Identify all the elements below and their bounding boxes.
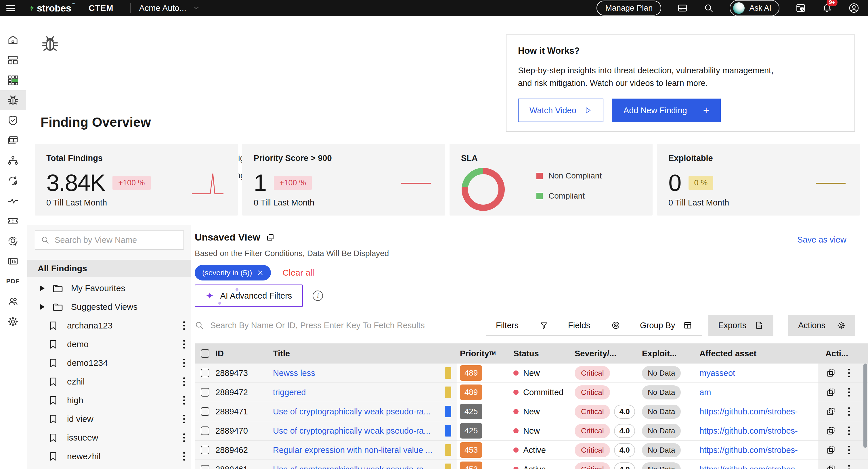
all-findings-item[interactable]: All Findings [27,260,191,277]
affected-asset-link[interactable]: https://github.com/strobes- [700,426,798,436]
saved-view-item[interactable]: archana123 [27,316,191,335]
group-by-button[interactable]: Group By [630,315,702,335]
duplicate-icon[interactable] [826,406,836,417]
duplicate-icon[interactable] [826,426,836,436]
sidebar-item-dashboard[interactable] [0,50,26,70]
view-search-input[interactable] [55,235,178,245]
duplicate-icon[interactable] [826,464,836,469]
folder-my-favourites[interactable]: My Favourites [27,279,191,297]
caret-right-icon[interactable] [40,286,44,291]
column-header-title[interactable]: Title [273,343,443,364]
column-header-status[interactable]: Status [509,343,570,364]
save-as-view-link[interactable]: Save as view [797,235,846,244]
info-icon[interactable]: i [313,291,323,301]
table-search-box[interactable] [195,321,486,330]
folder-suggested-views[interactable]: Suggested Views [27,297,191,316]
saved-view-item[interactable]: demo [27,335,191,354]
org-switcher[interactable]: Acme Auto... [139,3,200,13]
kebab-menu-icon[interactable] [183,396,185,405]
severity-filter-chip[interactable]: (severity in (5)) [195,265,271,280]
saved-view-item[interactable]: issueew [27,428,191,447]
finding-title-link[interactable]: Regular expression with non-literal valu… [273,445,433,455]
row-checkbox[interactable] [201,465,209,469]
filters-button[interactable]: Filters [486,315,558,335]
row-checkbox[interactable] [201,388,209,397]
saved-view-item[interactable]: high [27,391,191,409]
hamburger-menu-icon[interactable] [6,5,15,11]
saved-view-item[interactable]: demo1234 [27,354,191,372]
column-header-affected-asset[interactable]: Affected asset [697,343,818,364]
sidebar-item-assets[interactable] [0,131,26,150]
affected-asset-link[interactable]: am [700,388,711,397]
sidebar-item-tickets[interactable] [0,211,26,231]
clear-all-link[interactable]: Clear all [282,268,314,278]
finding-title-link[interactable]: Use of cryptographically weak pseudo-ra.… [273,465,431,469]
kebab-menu-icon[interactable] [183,415,185,423]
finding-title-link[interactable]: Use of cryptographically weak pseudo-ra.… [273,407,431,416]
row-kebab-menu-icon[interactable] [848,369,850,377]
sidebar-item-automation[interactable] [0,171,26,191]
view-search-box[interactable] [35,231,184,249]
column-header-priority[interactable]: PriorityTM [457,343,509,364]
row-checkbox[interactable] [201,407,209,416]
duplicate-icon[interactable] [826,368,836,378]
sidebar-item-apps[interactable] [0,70,26,90]
tutorials-icon[interactable] [796,3,806,13]
actions-button[interactable]: Actions [788,315,855,336]
column-header-exploit[interactable]: Exploit... [640,343,697,364]
sidebar-item-settings[interactable] [0,311,26,332]
row-kebab-menu-icon[interactable] [848,388,850,397]
row-kebab-menu-icon[interactable] [848,465,850,469]
kebab-menu-icon[interactable] [183,452,185,461]
saved-view-item[interactable]: id view [27,409,191,428]
sidebar-item-pdf[interactable]: PDF [0,271,26,292]
search-icon[interactable] [704,3,714,13]
ai-advanced-filters-button[interactable]: ✦ AI Advanced Filters [195,284,303,307]
exports-button[interactable]: Exports [708,315,773,336]
kebab-menu-icon[interactable] [183,377,185,386]
finding-title-link[interactable]: Newss less [273,368,315,378]
close-icon[interactable] [257,270,264,276]
duplicate-icon[interactable] [826,387,836,397]
sidebar-item-hierarchy[interactable] [0,150,26,171]
row-checkbox[interactable] [201,446,209,454]
add-new-finding-button[interactable]: Add New Finding + [612,99,721,122]
affected-asset-link[interactable]: https://github.com/strobes- [700,407,798,416]
saved-view-item[interactable]: ezhil [27,372,191,391]
watch-video-button[interactable]: Watch Video [518,99,603,122]
duplicate-icon[interactable] [826,445,836,455]
column-header-severity[interactable]: Severity/... [570,343,640,364]
table-scrollbar[interactable] [863,364,867,448]
row-checkbox[interactable] [201,427,209,435]
sidebar-item-scans[interactable] [0,231,26,251]
kebab-menu-icon[interactable] [183,321,185,330]
row-kebab-menu-icon[interactable] [848,427,850,435]
row-checkbox[interactable] [201,369,209,377]
manage-plan-button[interactable]: Manage Plan [596,1,661,15]
row-kebab-menu-icon[interactable] [848,446,850,454]
fields-button[interactable]: Fields [558,315,630,335]
finding-title-link[interactable]: Use of cryptographically weak pseudo-ra.… [273,426,431,436]
sidebar-item-compliance[interactable] [0,110,26,131]
sidebar-item-team[interactable] [0,292,26,311]
column-header-actions[interactable]: Acti... [818,343,868,364]
copy-icon[interactable] [266,233,275,242]
kebab-menu-icon[interactable] [183,433,185,442]
select-all-checkbox[interactable] [201,349,209,358]
kebab-menu-icon[interactable] [183,359,185,367]
row-kebab-menu-icon[interactable] [848,407,850,416]
strobes-logo[interactable]: strobes ™ [28,3,75,14]
account-icon[interactable] [848,3,859,13]
caret-right-icon[interactable] [40,304,44,310]
affected-asset-link[interactable]: myasseot [700,368,735,378]
sidebar-item-reports[interactable] [0,251,26,271]
billing-card-icon[interactable] [677,3,688,13]
affected-asset-link[interactable]: https://github.com/strobes- [700,465,798,469]
kebab-menu-icon[interactable] [183,340,185,348]
table-search-input[interactable] [210,321,469,330]
ask-ai-button[interactable]: Ask AI [730,0,779,16]
finding-title-link[interactable]: triggered [273,388,306,397]
affected-asset-link[interactable]: https://github.com/strobes- [700,445,798,455]
sidebar-item-home[interactable] [0,30,26,50]
column-header-id[interactable]: ID [215,343,273,364]
